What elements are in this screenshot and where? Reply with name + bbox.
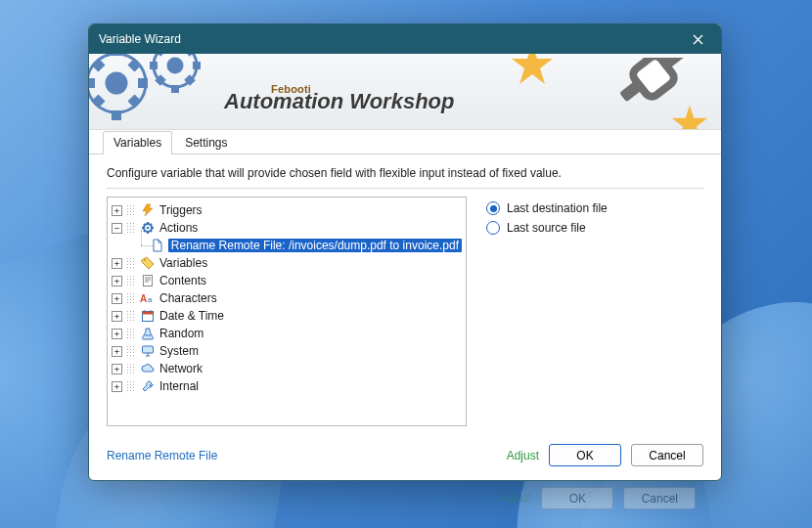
tag-icon [140, 255, 156, 271]
tree-item-rename-remote-file[interactable]: Rename Remote File: /invoices/dump.pdf t… [110, 237, 464, 254]
radio-icon[interactable] [486, 201, 500, 215]
radio-icon[interactable] [486, 221, 500, 235]
tree-label: Characters [159, 291, 217, 305]
cloud-icon [140, 361, 156, 376]
expand-icon[interactable]: + [112, 329, 122, 339]
svg-marker-8 [143, 204, 153, 216]
tree-label: Variables [159, 256, 207, 270]
background-dialog-footer: Adjust OK Cancel [499, 487, 696, 509]
tree-item-internal[interactable]: + Internal [110, 377, 464, 395]
ghost-ok: OK [541, 487, 613, 509]
product-name: Automation Workshop [224, 89, 454, 114]
expand-icon[interactable]: + [112, 293, 122, 304]
tree: + Triggers − Actions Rename Remote File:… [110, 201, 464, 395]
ghost-cancel: Cancel [623, 487, 696, 509]
expand-icon[interactable]: + [112, 276, 122, 286]
tab-variables[interactable]: Variables [103, 131, 172, 154]
wand-icon [576, 58, 684, 130]
radio-label: Last destination file [507, 201, 608, 215]
close-icon [693, 34, 703, 45]
calendar-icon [140, 308, 156, 324]
tree-item-triggers[interactable]: + Triggers [110, 201, 464, 219]
svg-rect-12 [144, 276, 153, 286]
radio-last-source[interactable]: Last source file [486, 218, 703, 238]
page-icon [140, 273, 156, 288]
radio-pane: Last destination file Last source file [486, 197, 703, 426]
panes: + Triggers − Actions Rename Remote File:… [107, 197, 703, 426]
cancel-button[interactable]: Cancel [631, 444, 703, 466]
svg-point-3 [168, 59, 182, 72]
radio-label: Last source file [507, 221, 586, 235]
svg-point-1 [107, 73, 126, 93]
characters-icon: Aa [140, 290, 156, 306]
tree-item-variables[interactable]: + Variables [110, 254, 464, 272]
ghost-adjust: Adjust [499, 487, 531, 509]
titlebar[interactable]: Variable Wizard [89, 24, 721, 54]
variable-wizard-dialog: Variable Wizard Febooti Automation Works… [88, 23, 722, 481]
tree-item-system[interactable]: + System [110, 342, 464, 360]
expand-icon[interactable]: + [112, 258, 122, 269]
tab-settings[interactable]: Settings [174, 131, 238, 154]
wrench-icon [140, 378, 156, 394]
gears-art [89, 54, 236, 130]
tree-label: Date & Time [159, 309, 224, 323]
expand-icon[interactable]: + [112, 205, 122, 216]
star-icon [510, 54, 555, 87]
ok-button[interactable]: OK [549, 444, 621, 466]
svg-marker-4 [512, 54, 553, 84]
instruction-text: Configure variable that will provide cho… [107, 164, 703, 189]
status-link[interactable]: Rename Remote File [107, 449, 217, 462]
content-area: Configure variable that will provide cho… [89, 154, 721, 434]
tree-item-contents[interactable]: + Contents [110, 272, 464, 289]
svg-rect-16 [143, 312, 154, 315]
svg-text:A: A [140, 293, 147, 304]
flask-icon [140, 326, 156, 341]
tab-strip: Variables Settings [89, 130, 721, 154]
expand-icon[interactable]: + [112, 364, 122, 374]
tree-label: Actions [159, 221, 198, 235]
svg-point-10 [147, 227, 150, 230]
radio-last-destination[interactable]: Last destination file [486, 198, 703, 218]
tree-label: System [159, 344, 199, 358]
tree-label: Triggers [159, 203, 203, 217]
dialog-footer: Rename Remote File Adjust OK Cancel [89, 434, 721, 480]
expand-icon[interactable]: + [112, 346, 122, 357]
window-title: Variable Wizard [99, 32, 684, 46]
tree-item-characters[interactable]: + Aa Characters [110, 289, 464, 307]
tree-label: Contents [159, 274, 206, 287]
close-button[interactable] [684, 29, 711, 49]
tree-label: Random [159, 327, 203, 340]
svg-point-11 [144, 259, 146, 261]
expand-icon[interactable]: + [112, 381, 122, 392]
adjust-link[interactable]: Adjust [507, 449, 539, 462]
lightning-icon [140, 202, 156, 218]
tree-item-network[interactable]: + Network [110, 360, 464, 377]
monitor-icon [140, 343, 156, 359]
banner: Febooti Automation Workshop [89, 54, 721, 130]
tree-pane[interactable]: + Triggers − Actions Rename Remote File:… [107, 197, 467, 426]
tree-item-random[interactable]: + Random [110, 325, 464, 342]
tree-label: Network [159, 362, 203, 375]
collapse-icon[interactable]: − [112, 223, 122, 234]
tree-label: Internal [159, 379, 199, 393]
tree-item-actions[interactable]: − Actions [110, 219, 464, 237]
expand-icon[interactable]: + [112, 311, 122, 322]
svg-text:a: a [148, 295, 153, 304]
tree-label-selected: Rename Remote File: /invoices/dump.pdf t… [168, 239, 462, 252]
brand: Febooti Automation Workshop [224, 83, 454, 114]
svg-rect-17 [143, 346, 154, 353]
tree-item-datetime[interactable]: + Date & Time [110, 307, 464, 325]
